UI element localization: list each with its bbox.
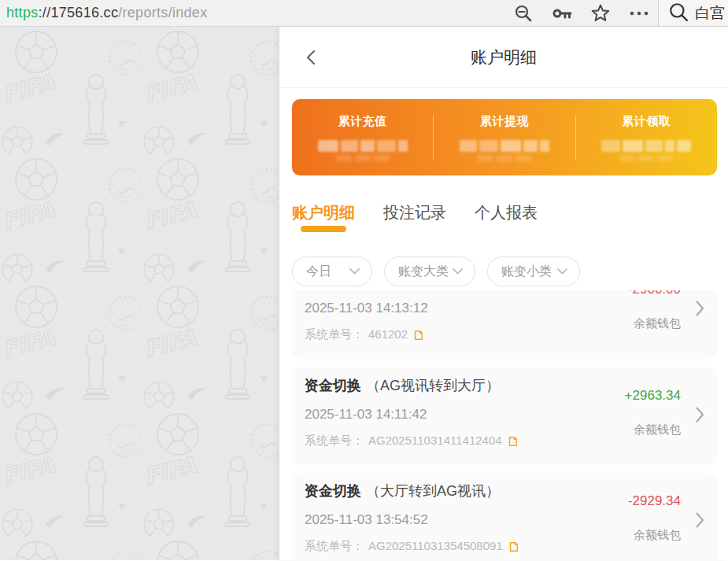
key-icon[interactable] (542, 4, 581, 23)
masked-value-echo (434, 155, 575, 161)
url-scheme: https (6, 5, 39, 20)
fifa-watermark-background: FIFA (0, 27, 279, 560)
back-chevron-icon[interactable] (303, 48, 322, 67)
tab-label: 账户明细 (292, 204, 355, 221)
mobile-app-panel: 账户明细 累计充值 累计提现 累计领取 (279, 27, 728, 560)
transaction-wallet: 余额钱包 (628, 528, 681, 543)
copy-icon[interactable] (508, 541, 519, 552)
url-text[interactable]: https://175616.cc/reports/index (6, 5, 207, 21)
tab-label: 个人报表 (475, 204, 538, 221)
order-label: 系统单号： (305, 539, 364, 553)
tab-bet-records[interactable]: 投注记录 (383, 202, 446, 236)
filter-bar: 今日 账变大类 账变小类 (279, 236, 728, 290)
search-icon[interactable] (668, 2, 689, 25)
tab-personal-report[interactable]: 个人报表 (475, 202, 538, 236)
order-number: AG202511031411412404 (368, 434, 502, 448)
page-title: 账户明细 (471, 46, 537, 68)
fifa-pattern-svg: FIFA (0, 27, 279, 560)
transaction-wallet: 余额钱包 (628, 316, 681, 331)
masked-value (292, 140, 433, 152)
page-content: FIFA (0, 27, 728, 560)
transaction-row[interactable]: 资金切换（大厅转到AG视讯） 2025-11-03 13:54:52 系统单号：… (292, 473, 717, 560)
zoom-out-icon[interactable] (504, 4, 542, 23)
copy-icon[interactable] (412, 329, 423, 341)
transaction-title-text: 资金切换 (305, 483, 361, 499)
transaction-amount: -2900.00 (628, 290, 681, 297)
transaction-right-column: +2963.34 余额钱包 (625, 389, 681, 437)
transaction-subtitle: （大厅转到AG视讯） (366, 483, 500, 499)
summary-label: 累计提现 (434, 114, 575, 129)
list-item-clipped-wrapper: 2025-11-03 14:13:12 系统单号：461202 -2900.00… (292, 290, 717, 360)
transaction-amount: -2929.34 (628, 494, 681, 508)
summary-label: 累计充值 (292, 114, 433, 129)
chevron-right-icon[interactable] (696, 407, 704, 426)
bookmark-star-icon[interactable] (581, 3, 619, 23)
filter-label: 账变大类 (398, 264, 449, 280)
transaction-amount: +2963.34 (625, 389, 681, 403)
browser-toolbar-icons: 白宫 (504, 0, 728, 26)
side-panel-label: 白宫 (695, 3, 725, 24)
filter-major-category-dropdown[interactable]: 账变大类 (384, 257, 475, 286)
url-separator: :// (39, 5, 51, 20)
transaction-list[interactable]: 2025-11-03 14:13:12 系统单号：461202 -2900.00… (279, 290, 728, 560)
filter-label: 账变小类 (501, 264, 552, 280)
masked-value (576, 140, 717, 152)
browser-address-bar: https://175616.cc/reports/index 白宫 (0, 0, 728, 27)
filter-date-dropdown[interactable]: 今日 (292, 257, 372, 286)
order-number: AG202511031354508091 (368, 539, 503, 553)
more-ellipsis-icon[interactable] (619, 4, 658, 23)
summary-label: 累计领取 (576, 114, 717, 129)
order-label: 系统单号： (305, 327, 364, 341)
tab-bar: 账户明细 投注记录 个人报表 (279, 185, 728, 236)
chevron-right-icon[interactable] (696, 301, 704, 319)
filter-minor-category-dropdown[interactable]: 账变小类 (487, 257, 580, 286)
transaction-wallet: 余额钱包 (625, 423, 681, 437)
summary-total-claimed: 累计领取 (576, 114, 717, 161)
chevron-right-icon[interactable] (696, 512, 704, 531)
order-label: 系统单号： (305, 434, 364, 448)
chevron-down-icon (349, 268, 360, 275)
tab-account-detail[interactable]: 账户明细 (292, 202, 355, 236)
transaction-subtitle: （AG视讯转到大厅） (366, 378, 500, 393)
summary-total-deposit: 累计充值 (292, 114, 433, 161)
chevron-down-icon (557, 268, 567, 275)
transaction-row[interactable]: 资金切换（AG视讯转到大厅） 2025-11-03 14:11:42 系统单号：… (292, 367, 717, 465)
copy-icon[interactable] (507, 435, 518, 447)
masked-value (434, 140, 575, 152)
summary-total-withdraw: 累计提现 (434, 114, 575, 161)
app-header: 账户明细 (279, 27, 728, 88)
filter-label: 今日 (306, 264, 331, 280)
summary-card: 累计充值 累计提现 累计领取 (292, 99, 717, 175)
active-tab-underline (301, 226, 346, 232)
side-panel-strip: 白宫 (659, 0, 728, 26)
transaction-row[interactable]: 2025-11-03 14:13:12 系统单号：461202 -2900.00… (292, 290, 717, 359)
tab-label: 投注记录 (383, 204, 446, 221)
url-host: 175616.cc (50, 5, 118, 20)
url-path: /reports/index (118, 5, 207, 20)
order-number: 461202 (368, 327, 408, 341)
transaction-right-column: -2900.00 余额钱包 (628, 290, 681, 331)
transaction-title-text: 资金切换 (305, 378, 361, 393)
masked-value-echo (292, 155, 433, 161)
masked-value-echo (576, 155, 717, 161)
transaction-right-column: -2929.34 余额钱包 (628, 494, 681, 543)
chevron-down-icon (453, 268, 463, 275)
summary-section: 累计充值 累计提现 累计领取 (279, 88, 728, 185)
